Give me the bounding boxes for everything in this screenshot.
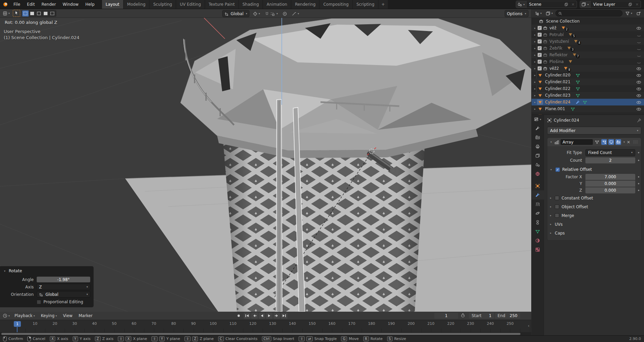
new-view-layer-button[interactable] — [627, 2, 634, 6]
outliner-row-partial[interactable]: ▸ — [532, 112, 644, 115]
scene-selector-icon[interactable]: ▾ — [516, 1, 527, 8]
stopwatch-icon[interactable] — [461, 313, 465, 318]
animate-dot[interactable] — [638, 183, 639, 184]
menu-render[interactable]: Render — [38, 0, 59, 9]
collection-checkbox[interactable]: ✓ — [538, 53, 542, 57]
properties-tab-modifiers[interactable] — [532, 190, 544, 199]
properties-tab-output[interactable] — [532, 142, 544, 151]
expand-toggle[interactable]: ▸ — [533, 67, 537, 70]
properties-editor-type-dropdown[interactable]: ▾ — [534, 117, 541, 122]
properties-tab-view-layer[interactable] — [532, 151, 544, 160]
orientation-dropdown[interactable]: Global▾ — [37, 291, 90, 298]
relative-offset-checkbox[interactable]: ✓ — [555, 167, 560, 172]
proportional-editing-toggle[interactable] — [281, 10, 289, 17]
relative-offset-header[interactable]: ▾✓Relative Offset — [549, 165, 639, 174]
properties-tab-material[interactable] — [532, 236, 544, 245]
proportional-falloff-dropdown[interactable]: ▾ — [291, 10, 300, 17]
pin-icon[interactable] — [637, 118, 641, 123]
outliner-row-Cylinder.023[interactable]: ▸Cylinder.023 — [532, 92, 644, 99]
collection-checkbox[interactable]: ✓ — [538, 26, 542, 30]
display-on-cage-toggle[interactable] — [594, 139, 600, 145]
timeline-menu-keying[interactable]: Keying▾ — [38, 313, 60, 318]
workspace-tab-uv-editing[interactable]: UV Editing — [176, 0, 205, 9]
modifier-section-caps[interactable]: ▸Caps — [549, 229, 639, 237]
properties-tab-scene[interactable] — [532, 160, 544, 169]
jump-end-button[interactable] — [281, 313, 287, 319]
editor-type-dropdown[interactable]: ▾ — [1, 10, 11, 17]
outliner-row-Žebřík[interactable]: ▸✓Žebřík3 — [532, 45, 644, 52]
timeline-scrollbar[interactable] — [0, 333, 531, 335]
select-extend-button[interactable] — [29, 10, 36, 17]
properties-tab-tool[interactable] — [532, 124, 544, 133]
display-render-toggle[interactable] — [615, 139, 621, 145]
outliner-editor-type-dropdown[interactable]: ▾ — [533, 10, 543, 17]
angle-field[interactable]: -1.98° — [37, 277, 90, 282]
play-button[interactable] — [266, 313, 273, 319]
display-edit-mode-toggle[interactable] — [601, 139, 607, 145]
timeline-menu-playback[interactable]: Playback▾ — [12, 313, 38, 318]
unlink-scene-button[interactable]: ✕ — [570, 2, 577, 7]
expand-toggle[interactable]: ▸ — [533, 27, 537, 30]
axis-dropdown[interactable]: Z▾ — [37, 284, 90, 290]
add-modifier-dropdown[interactable]: Add Modifier▾ — [547, 127, 641, 134]
select-intersect-button[interactable] — [49, 10, 56, 17]
expand-toggle[interactable]: ▸ — [533, 60, 537, 63]
outliner-root-row[interactable]: Scene Collection — [532, 18, 644, 25]
expand-toggle[interactable]: ▸ — [533, 81, 537, 84]
menu-help[interactable]: Help — [82, 0, 98, 9]
visibility-eye-icon[interactable] — [636, 80, 641, 85]
collapse-icon[interactable]: ▾ — [549, 141, 553, 144]
region-collapse-arrow[interactable]: ‹ — [528, 68, 530, 73]
timeline-editor-type-dropdown[interactable]: ▾ — [1, 313, 11, 319]
play-reverse-button[interactable] — [259, 313, 265, 319]
menu-window[interactable]: Window — [59, 0, 82, 9]
section-checkbox[interactable] — [555, 205, 559, 209]
visibility-eye-icon[interactable] — [636, 59, 641, 64]
workspace-tab-rendering[interactable]: Rendering — [291, 0, 319, 9]
pivot-point-dropdown[interactable]: ▾ — [251, 10, 261, 17]
properties-tab-constraints[interactable] — [532, 218, 544, 227]
menu-edit[interactable]: Edit — [24, 0, 38, 9]
properties-tab-object-data[interactable] — [532, 227, 544, 236]
animate-dot[interactable] — [638, 152, 639, 153]
menu-file[interactable]: File — [10, 0, 24, 9]
animate-dot[interactable] — [638, 160, 639, 161]
collection-checkbox[interactable]: ✓ — [538, 33, 542, 37]
modifier-name-field[interactable]: Array — [561, 139, 593, 145]
view-layer-name[interactable]: View Layer — [590, 2, 627, 7]
outliner-row-Cylinder.021[interactable]: ▸Cylinder.021 — [532, 79, 644, 85]
animate-dot[interactable] — [638, 176, 639, 178]
collection-checkbox[interactable]: ✓ — [538, 39, 542, 43]
timeline-collapse-arrow[interactable]: ‹ — [528, 323, 530, 328]
expand-toggle[interactable]: ▸ — [533, 54, 537, 57]
outliner-row-Cylinder.022[interactable]: ▸Cylinder.022 — [532, 85, 644, 92]
scrollbar-thumb[interactable] — [1, 333, 520, 335]
3d-viewport[interactable]: Rot: 0.00 along global Z User Perspectiv… — [0, 18, 531, 312]
expand-toggle[interactable]: ▸ — [533, 74, 537, 77]
outliner-row-Plošina[interactable]: ▸✓Plošina — [532, 58, 644, 65]
expand-toggle[interactable]: ▸ — [533, 94, 537, 97]
expand-toggle[interactable]: ▸ — [533, 101, 537, 104]
view-layer-selector-icon[interactable]: ▾ — [580, 1, 590, 8]
workspace-tab-shading[interactable]: Shading — [239, 0, 263, 9]
search-input[interactable] — [564, 11, 620, 16]
active-tool-select-box[interactable] — [13, 10, 20, 17]
options-dropdown[interactable]: Options▾ — [505, 10, 529, 17]
proportional-editing-checkbox[interactable] — [37, 300, 41, 304]
outliner-row-Cylinder.024[interactable]: ▸Cylinder.024 — [532, 99, 644, 105]
collection-checkbox[interactable]: ✓ — [538, 60, 542, 64]
properties-tab-object[interactable] — [532, 181, 544, 190]
expand-toggle[interactable]: ▸ — [533, 40, 537, 43]
rotate-panel-header[interactable]: ▾Rotate — [0, 266, 94, 275]
transform-orientation-dropdown[interactable]: Global▾ — [222, 10, 249, 17]
outliner-row-Plane.001[interactable]: ▸Plane.001 — [532, 105, 644, 112]
animate-dot[interactable] — [638, 190, 639, 191]
outliner-row-věž[interactable]: ▸✓věž2 — [532, 25, 644, 31]
view-layer-selector[interactable]: ▾ View Layer ✕ — [580, 1, 641, 8]
frame-end-field[interactable]: End250 — [495, 313, 520, 319]
blender-logo-icon[interactable] — [3, 2, 8, 7]
select-new-button[interactable] — [22, 10, 29, 17]
visibility-eye-icon[interactable] — [636, 93, 641, 98]
scene-selector[interactable]: ▾ Scene ✕ — [516, 1, 577, 8]
delete-modifier-button[interactable]: ✕ — [626, 140, 631, 145]
